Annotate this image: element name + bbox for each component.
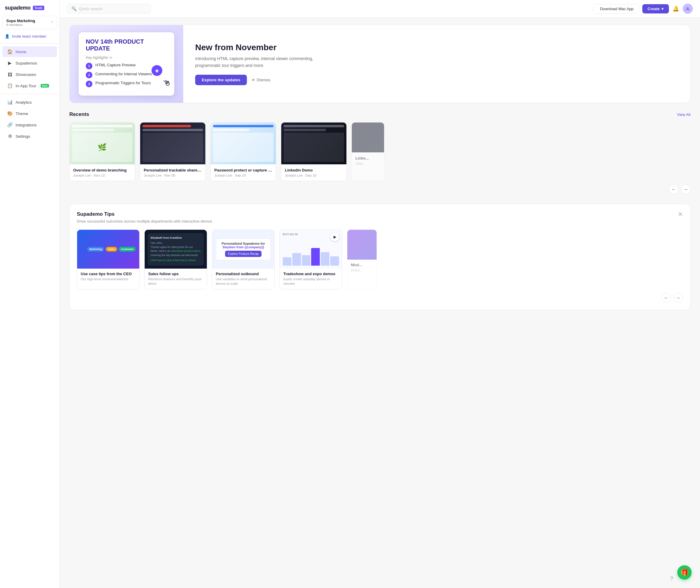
carousel-next-button[interactable]: → <box>681 185 690 194</box>
carousel-prev-button[interactable]: ← <box>669 185 678 194</box>
tips-section: Supademo Tips ✕ Drive successful outcome… <box>69 204 690 310</box>
tips-carousel-next-button[interactable]: → <box>673 293 683 303</box>
help-question-mark[interactable]: ? <box>670 576 673 582</box>
sidebar-item-showcases[interactable]: 🖼 Showcases <box>2 69 57 80</box>
recents-title: Recents <box>69 111 89 117</box>
recent-card-4[interactable]: Linkedin Demo Joseph Lee · Sep 10 <box>281 122 347 181</box>
recent-thumb-5 <box>352 123 384 152</box>
home-icon: 🏠 <box>7 49 13 54</box>
tips-title: Supademo Tips <box>77 211 114 217</box>
tip-sub-4: Easily create autoplay demos in minutes <box>283 277 338 286</box>
banner-description: Introducing HTML capture preview, intern… <box>195 55 315 69</box>
notifications-bell-icon[interactable]: 🔔 <box>673 5 679 12</box>
tips-carousel-prev-button[interactable]: ← <box>661 293 671 303</box>
recent-thumb-4 <box>281 123 346 164</box>
recent-card-1[interactable]: 🌿 Overview of demo branching Joseph Lee … <box>69 122 135 181</box>
recent-thumb-2 <box>140 123 205 164</box>
create-label: Create <box>648 7 660 11</box>
gift-fab-button[interactable]: 🎁 <box>677 565 692 580</box>
banner-visual: NOV 14th PRODUCT UPDATE Key highlights ✏… <box>70 25 183 103</box>
sidebar-item-integrations[interactable]: 🔗 Integrations <box>2 120 57 130</box>
app-logo: supademo <box>5 5 30 11</box>
topbar-right: Download Mac App Create ▾ 🔔 JL <box>593 4 693 14</box>
chevron-down-icon: ⌃ <box>50 21 53 25</box>
tip-card-4[interactable]: $127,341.09 ▶ <box>279 229 342 290</box>
view-all-button[interactable]: View All <box>677 112 690 117</box>
main-content: 🔍 Quick search Download Mac App Create ▾… <box>60 0 700 588</box>
recent-card-2[interactable]: Personalized trackable share link Joseph… <box>140 122 206 181</box>
tips-carousel-nav: ← → <box>77 293 683 303</box>
tip-name-3: Personalized outbound <box>216 272 271 276</box>
tips-description: Drive successful outcomes across multipl… <box>77 219 683 223</box>
tip-card-1[interactable]: Marketing Sales Customer 👤 Use case tips… <box>77 229 140 290</box>
recent-meta-2: Joseph Lee · Nov 06 <box>144 174 202 177</box>
search-box[interactable]: 🔍 Quick search <box>67 4 151 13</box>
sidebar-item-analytics-label: Analytics <box>16 100 32 105</box>
tip-thumb-2: Elizabeth from Frankline Hey John, Thank… <box>145 230 207 269</box>
recent-card-5[interactable]: Linke... Jose... <box>352 122 385 181</box>
recent-card-3[interactable]: Password protect or capture lead ... Jos… <box>210 122 276 181</box>
recent-name-5: Linke... <box>356 156 381 160</box>
analytics-icon: 📊 <box>7 99 13 105</box>
tip-thumb-5 <box>347 230 377 260</box>
tip-name-4: Tradeshow and expo demos <box>283 272 338 276</box>
tip-sub-1: Our high-level recommendations <box>81 277 136 281</box>
workspace-members: 9 members <box>6 23 35 27</box>
sidebar-item-home-label: Home <box>16 50 26 54</box>
sidebar-item-settings-label: Settings <box>16 134 30 139</box>
banner-card-highlights: Key highlights ✏ <box>86 56 167 60</box>
tip-thumb-1: Marketing Sales Customer 👤 <box>77 230 139 269</box>
recent-meta-3: Joseph Lee · Sep 19 <box>214 174 272 177</box>
settings-icon: ⚙ <box>7 134 13 139</box>
tip-info-5: Mod... Includ... <box>347 260 377 275</box>
play-icon: ▶ <box>7 60 13 66</box>
sidebar-item-in-app-tour[interactable]: 📋 In-App Tour New <box>2 80 57 91</box>
download-mac-button[interactable]: Download Mac App <box>593 4 639 14</box>
tip-card-5[interactable]: Mod... Includ... <box>347 229 377 290</box>
create-button[interactable]: Create ▾ <box>642 4 669 13</box>
tip-info-2: Sales follow ups Reinforce features and … <box>145 269 207 289</box>
user-plus-icon: 👤 <box>5 34 10 39</box>
sidebar: supademo Scale Supa Marketing 9 members … <box>0 0 60 588</box>
scale-badge: Scale <box>33 6 44 10</box>
recents-grid: 🌿 Overview of demo branching Joseph Lee … <box>69 122 690 181</box>
tip-card-3[interactable]: Personalized Supademo forStephen from {{… <box>212 229 275 290</box>
banner-content: New from November Introducing HTML captu… <box>183 33 690 95</box>
recents-section: Recents View All 🌿 Ov <box>69 111 690 194</box>
sidebar-item-theme-label: Theme <box>16 111 28 116</box>
tips-grid: Marketing Sales Customer 👤 Use case tips… <box>77 229 683 290</box>
chevron-down-icon: ▾ <box>661 7 664 11</box>
topbar: 🔍 Quick search Download Mac App Create ▾… <box>60 0 700 18</box>
sidebar-item-theme[interactable]: 🎨 Theme <box>2 108 57 119</box>
sidebar-item-analytics[interactable]: 📊 Analytics <box>2 97 57 108</box>
explore-updates-button[interactable]: Explore the updates <box>195 75 247 85</box>
invite-team-member-button[interactable]: 👤 Invite team member <box>0 32 59 41</box>
tip-info-1: Use case tips from the CEO Our high-leve… <box>77 269 139 284</box>
recent-thumb-1: 🌿 <box>70 123 135 164</box>
sidebar-item-supademos[interactable]: ▶ Supademos <box>2 58 57 68</box>
tip-sub-2: Reinforce features and benefits post-dem… <box>148 277 203 286</box>
tip-card-2[interactable]: Elizabeth from Frankline Hey John, Thank… <box>144 229 207 290</box>
recents-carousel-nav: ← → <box>69 185 690 194</box>
recent-info-5: Linke... Jose... <box>352 152 384 169</box>
close-tips-button[interactable]: ✕ <box>678 211 683 217</box>
search-input[interactable]: Quick search <box>79 7 102 11</box>
theme-icon: 🎨 <box>7 111 13 116</box>
update-banner: NOV 14th PRODUCT UPDATE Key highlights ✏… <box>69 25 690 103</box>
banner-card-title: NOV 14th PRODUCT UPDATE <box>86 38 167 52</box>
tip-thumb-3: Personalized Supademo forStephen from {{… <box>212 230 274 269</box>
tip-name-5: Mod... <box>351 263 373 267</box>
recent-name-1: Overview of demo branching <box>73 168 131 172</box>
banner-card: NOV 14th PRODUCT UPDATE Key highlights ✏… <box>79 32 174 96</box>
sidebar-divider <box>0 43 59 44</box>
sidebar-divider-2 <box>0 94 59 94</box>
search-icon: 🔍 <box>71 6 76 11</box>
workspace-name: Supa Marketing <box>6 19 35 23</box>
workspace-selector[interactable]: Supa Marketing 9 members ⌃ <box>2 16 57 29</box>
user-avatar[interactable]: JL <box>683 4 693 14</box>
dismiss-button[interactable]: ✕ Dismiss <box>252 78 270 82</box>
integrations-icon: 🔗 <box>7 122 13 128</box>
tip-info-3: Personalized outbound Use variables to s… <box>212 269 274 289</box>
sidebar-item-settings[interactable]: ⚙ Settings <box>2 131 57 142</box>
sidebar-item-home[interactable]: 🏠 Home <box>2 46 57 57</box>
